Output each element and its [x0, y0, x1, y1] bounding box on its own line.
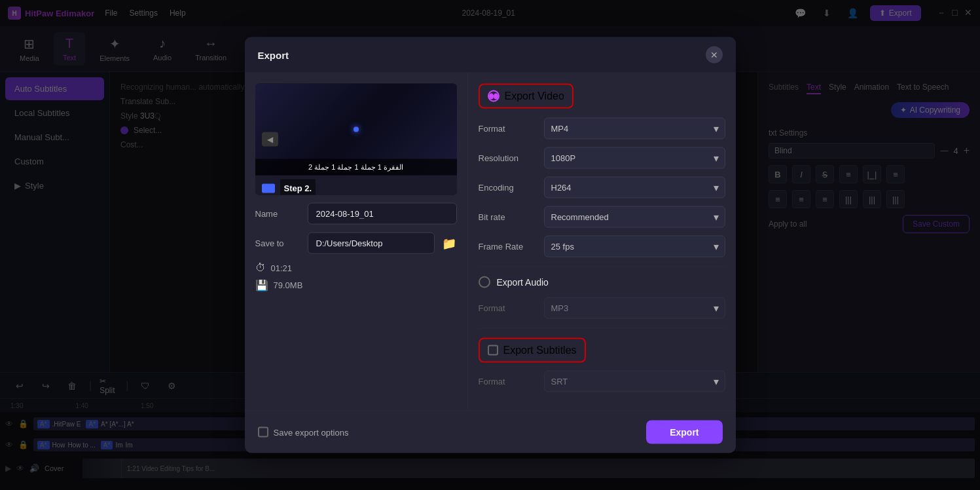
bitrate-setting-label: Bit rate	[479, 212, 544, 222]
export-submit-button[interactable]: Export	[646, 421, 722, 444]
clock-icon: ⏱	[255, 262, 266, 274]
name-label: Name	[255, 209, 301, 219]
modal-body: الفقرة 1 جملة 1 جملة 1 جملة 2 ◀ Step 2. …	[245, 73, 736, 411]
app-window: H HitPaw Edimakor File Settings Help 202…	[0, 0, 980, 490]
video-preview-inner: الفقرة 1 جملة 1 جملة 1 جملة 2	[255, 84, 457, 176]
resolution-setting-label: Resolution	[479, 153, 544, 163]
modal-preview-section: الفقرة 1 جملة 1 جملة 1 جملة 2 ◀ Step 2. …	[245, 73, 467, 411]
subtitle-format-row: Format SRT	[479, 371, 725, 392]
step-label: Step 2.	[280, 179, 316, 195]
save-to-input[interactable]	[308, 233, 435, 254]
divider-2	[479, 328, 725, 329]
save-options-label: Save export options	[274, 427, 349, 437]
filesize-row: 💾 79.0MB	[255, 279, 457, 292]
folder-button[interactable]: 📁	[441, 233, 457, 254]
subtitle-format-select[interactable]: SRT	[544, 371, 725, 392]
export-audio-radio[interactable]	[479, 276, 490, 288]
framerate-setting-label: Frame Rate	[479, 242, 544, 252]
save-to-row: Save to 📁	[255, 233, 457, 254]
encoding-select-wrapper: H264	[544, 177, 725, 198]
subtitle-format-label: Format	[479, 377, 544, 386]
modal-footer: Save export options Export	[245, 411, 736, 453]
audio-format-row: Format MP3	[479, 297, 725, 319]
save-export-options[interactable]: Save export options	[258, 427, 349, 438]
duration-value: 01:21	[271, 263, 293, 273]
name-row: Name	[255, 203, 457, 225]
subtitle-arabic-text: الفقرة 1 جملة 1 جملة 1 جملة 2	[308, 163, 403, 171]
format-setting-row: Format MP4	[479, 118, 725, 140]
export-video-radio[interactable]	[488, 90, 499, 102]
duration-row: ⏱ 01:21	[255, 262, 457, 274]
bitrate-setting-row: Bit rate Recommended	[479, 206, 725, 228]
framerate-setting-row: Frame Rate 25 fps	[479, 236, 725, 257]
audio-format-select-wrapper: MP3	[544, 297, 725, 319]
resolution-select[interactable]: 1080P	[544, 147, 725, 169]
name-input[interactable]	[308, 203, 457, 225]
export-audio-option[interactable]: Export Audio	[479, 276, 725, 288]
format-select[interactable]: MP4	[544, 118, 725, 140]
export-video-label: Export Video	[505, 90, 564, 102]
modal-header: Export ✕	[245, 37, 736, 73]
export-video-header[interactable]: Export Video	[479, 84, 573, 109]
filesize-value: 79.0MB	[274, 280, 303, 290]
format-select-wrapper: MP4	[544, 118, 725, 140]
resolution-setting-row: Resolution 1080P	[479, 147, 725, 169]
subtitle-overlay: الفقرة 1 جملة 1 جملة 1 جملة 2	[255, 159, 457, 176]
save-to-label: Save to	[255, 238, 301, 248]
save-options-checkbox[interactable]	[258, 427, 268, 438]
export-audio-label: Export Audio	[497, 277, 549, 288]
bitrate-select-wrapper: Recommended	[544, 206, 725, 228]
modal-settings-section: Export Video Format MP4 Resolution	[467, 73, 736, 411]
file-icon: 💾	[255, 279, 268, 292]
modal-title: Export	[258, 49, 289, 60]
divider-1	[479, 267, 725, 267]
audio-format-label: Format	[479, 303, 544, 313]
resolution-select-wrapper: 1080P	[544, 147, 725, 169]
modal-close-button[interactable]: ✕	[706, 47, 723, 64]
framerate-select-wrapper: 25 fps	[544, 236, 725, 257]
export-subtitles-checkbox[interactable]	[488, 345, 498, 356]
encoding-setting-label: Encoding	[479, 183, 544, 193]
framerate-select[interactable]: 25 fps	[544, 236, 725, 257]
video-center-dot	[354, 127, 359, 132]
audio-format-select[interactable]: MP3	[544, 297, 725, 319]
video-preview: الفقرة 1 جملة 1 جملة 1 جملة 2 ◀ Step 2.	[255, 84, 457, 195]
subtitle-format-select-wrapper: SRT	[544, 371, 725, 392]
export-subtitles-header[interactable]: Export Subtitles	[479, 338, 586, 363]
blue-rect	[262, 183, 275, 193]
format-setting-label: Format	[479, 124, 544, 134]
step-indicator: ◀	[262, 132, 278, 147]
export-subtitles-label: Export Subtitles	[503, 345, 577, 356]
bitrate-select[interactable]: Recommended	[544, 206, 725, 228]
export-modal: Export ✕ الفقرة 1 جملة 1 جملة 1 جملة 2	[245, 37, 736, 453]
encoding-select[interactable]: H264	[544, 177, 725, 198]
encoding-setting-row: Encoding H264	[479, 177, 725, 198]
